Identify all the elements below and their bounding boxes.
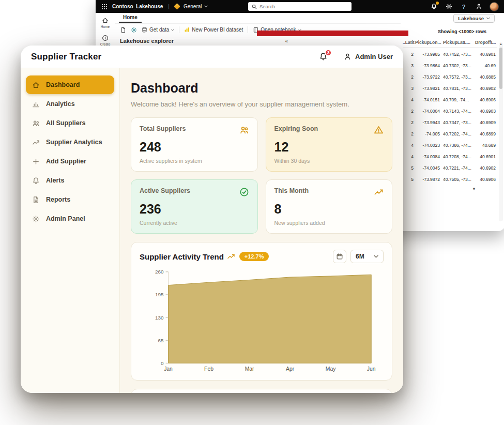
warning-icon [374,125,384,135]
cell-pickup-lon: -74.0045 [415,165,442,171]
sidebar-item-admin-panel[interactable]: Admin Panel [26,209,114,228]
cell-pickup-lat: 40.7386, -74... [442,143,475,148]
stat-label: This Month [274,187,309,194]
sidebar-item-add-supplier[interactable]: Add Supplier [26,152,114,171]
gear-icon [32,215,40,223]
lakehouse-mode-button[interactable]: Lakehouse [453,14,495,23]
tab-strip: Home Lakehouse [115,13,504,23]
feedback-person-icon[interactable] [475,3,483,11]
workspace-label: General [184,4,202,9]
row-count-status: Showing <1000> rows [401,27,504,37]
user-menu[interactable]: Admin User [344,53,393,60]
column-header[interactable]: DropoffL... [475,40,496,45]
topbar-search[interactable] [248,2,352,11]
tab-home[interactable]: Home [119,13,142,23]
cell-dropoff: 40.6903 [475,109,496,114]
cell-pickup-lon: -73.9722 [415,74,442,80]
table-row[interactable]: 2 -73.9722 40.7572, -73... 40.6885 [403,71,497,83]
sidebar-item-supplier-analytics[interactable]: Supplier Analytics [26,133,114,151]
stat-value: 12 [274,140,384,155]
app-name[interactable]: Contoso_Lakehouse [112,4,163,9]
stat-card-active-suppliers[interactable]: Active Suppliers 236 Currently active [131,179,258,234]
chevron-down-icon [204,5,208,8]
cell-pickup-lat: 40.7202, -74... [442,131,475,136]
scrollbar-thumb[interactable] [499,48,502,89]
cell-dropoff: 40.6885 [475,74,496,80]
stat-card-this-month[interactable]: This Month 8 New suppliers added [266,179,393,234]
help-icon[interactable]: ? [460,3,468,11]
vertical-scrollbar[interactable]: ▲ [499,42,503,221]
user-avatar[interactable] [490,2,499,11]
table-row[interactable]: 4 -74.0023 40.7386, -74... 40.689 [403,140,497,151]
chevron-down-icon [171,29,174,31]
table-row[interactable]: 5 -73.9872 40.7505, -73... 40.6906 [403,174,497,185]
cell-pickup-lon: -73.9821 [415,86,442,91]
new-powerbi-dataset-button[interactable]: New Power BI dataset [184,27,243,33]
activity-trend-chart: 065130195260JanFebMarAprMayJun [140,267,384,377]
stat-sub: Within 30 days [274,158,384,164]
sidebar-item-analytics[interactable]: Analytics [26,95,114,113]
column-header[interactable]: PickupLon... [415,40,442,45]
page-title: Dashboard [131,81,392,96]
sidebar-item-label: Alerts [46,177,64,184]
trend-up-icon [32,138,40,146]
range-select[interactable]: 6M [350,250,384,263]
cell-latitude: 3 [403,86,415,91]
cell-pickup-lat: 40.709, -74... [442,97,475,102]
topbar-separator: | [168,4,170,9]
svg-text:Mar: Mar [245,366,254,372]
notifications-icon[interactable] [430,3,438,11]
waffle-menu-icon[interactable] [101,3,108,10]
cell-latitude: 4 [403,97,415,102]
search-icon [252,4,257,9]
lakehouse-explorer-header: Lakehouse explorer « [115,36,293,45]
scroll-down-indicator[interactable]: ▼ [403,185,497,191]
rail-item-create[interactable]: Create [100,35,111,46]
table-row[interactable]: 2 -74.0004 40.7143, -74... 40.6903 [403,105,497,117]
stat-card-total-suppliers[interactable]: Total Suppliers 248 Active suppliers in … [131,117,258,172]
table-row[interactable]: 4 -74.0151 40.709, -74... 40.6906 [403,94,497,105]
cell-latitude: 2 [403,109,415,114]
cell-latitude: 4 [403,143,415,148]
stat-card-expiring-soon[interactable]: Expiring Soon 12 Within 30 days [266,117,393,172]
sidebar-item-label: Analytics [46,100,75,108]
cell-latitude: 5 [403,165,415,171]
column-header[interactable]: ..Latit... [403,40,415,45]
search-input[interactable] [259,4,348,9]
cell-dropoff: 40.6909 [475,120,496,125]
settings-gear-icon[interactable] [445,3,453,11]
table-row[interactable]: 4 -74.0084 40.7208, -74... 40.6901 [403,151,497,162]
cell-latitude: 5 [403,177,415,182]
calendar-button[interactable] [333,250,346,263]
fabric-topbar: Contoso_Lakehouse | General [96,0,504,13]
sidebar-item-dashboard[interactable]: Dashboard [26,75,114,94]
sidebar-item-label: Add Supplier [46,158,86,165]
toolbar-divider [248,26,248,33]
table-settings-icon[interactable] [131,27,137,33]
collapse-panel-icon[interactable]: « [285,38,288,44]
cell-pickup-lat: 40.7302, -73... [442,63,475,68]
table-row[interactable]: 5 -74.0045 40.7221, -74... 40.6902 [403,162,497,174]
table-row[interactable]: 2 -73.9943 40.7347, -73... 40.6909 [403,117,497,128]
sidebar-item-all-suppliers[interactable]: All Suppliers [26,114,114,132]
cell-pickup-lat: 40.7208, -74... [442,154,475,159]
home-icon [102,17,109,24]
stat-label: Expiring Soon [274,125,318,132]
sidebar-item-alerts[interactable]: Alerts [26,171,114,190]
chevron-down-icon [374,255,378,258]
column-header[interactable]: PickupLatL... [442,40,475,45]
table-row[interactable]: 3 -73.9864 40.7302, -73... 40.69 [403,60,497,71]
sidebar-item-reports[interactable]: Reports [26,190,114,209]
notifications-button[interactable]: 3 [319,52,328,62]
data-preview-panel: Showing <1000> rows ..Latit... PickupLon… [401,27,504,229]
scrollbar-up-arrow[interactable]: ▲ [499,42,503,45]
app-body: Dashboard Analytics All Suppliers Suppli… [21,68,403,393]
table-row[interactable]: 2 -74.005 40.7202, -74... 40.6899 [403,128,497,140]
document-tool-icon[interactable] [120,27,126,33]
get-data-button[interactable]: Get data [142,27,174,33]
table-row[interactable]: 2 -73.9985 40.7452, -73... 40.6901 [403,49,497,60]
cell-latitude: 3 [403,63,415,68]
rail-item-home[interactable]: Home [101,17,110,28]
workspace-switcher[interactable]: General [184,4,208,9]
table-row[interactable]: 3 -73.9821 40.7831, -73... 40.6902 [403,83,497,94]
